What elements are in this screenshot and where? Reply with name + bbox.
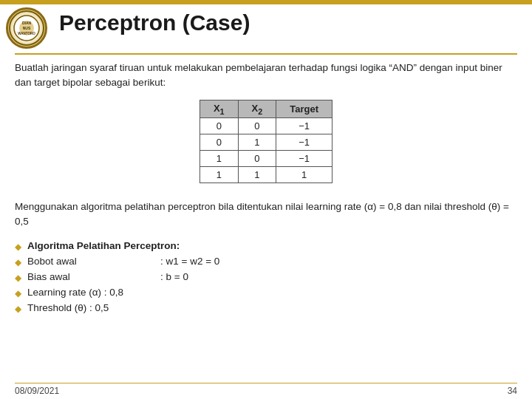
table-cell: 0 xyxy=(200,134,238,151)
table-cell: 0 xyxy=(238,151,276,167)
list-item: ◆Bobot awal: w1 = w2 = 0 xyxy=(15,256,517,267)
table-row: 00−1 xyxy=(200,118,332,134)
table-cell: 0 xyxy=(200,118,238,134)
bullet-icon: ◆ xyxy=(15,257,21,267)
footer: 08/09/2021 34 xyxy=(15,383,517,396)
bullet-label: Learning rate (α) : 0,8 xyxy=(27,287,153,298)
table-cell: 1 xyxy=(238,134,276,151)
logo-area: DIAN NUS WANTORO xyxy=(6,7,50,52)
bullet-list: ◆Algoritma Pelatihan Perceptron:◆Bobot a… xyxy=(15,240,517,314)
table-cell: 0 xyxy=(238,118,276,134)
bullet-value: : w1 = w2 = 0 xyxy=(160,256,219,267)
table-cell: 1 xyxy=(200,151,238,167)
bullet-label: Bias awal xyxy=(27,271,153,282)
bullet-label: Algoritma Pelatihan Perceptron: xyxy=(27,240,180,251)
bullet-icon: ◆ xyxy=(15,304,21,314)
bullet-label: Bobot awal xyxy=(27,256,153,267)
table-cell: 1 xyxy=(238,167,276,183)
list-item: ◆Threshold (θ) : 0,5 xyxy=(15,302,517,314)
list-item: ◆Algoritma Pelatihan Perceptron: xyxy=(15,240,517,252)
table-cell: 1 xyxy=(276,167,332,183)
bullet-label: Threshold (θ) : 0,5 xyxy=(27,302,153,313)
table-row: 10−1 xyxy=(200,151,332,167)
table-wrapper: X1 X2 Target 00−101−110−1111 xyxy=(15,100,517,193)
table-cell: −1 xyxy=(276,134,332,151)
intro-paragraph: Buatlah jaringan syaraf tiruan untuk mel… xyxy=(15,61,517,91)
list-item: ◆Bias awal: b = 0 xyxy=(15,271,517,283)
footer-date: 08/09/2021 xyxy=(15,386,59,396)
svg-text:WANTORO: WANTORO xyxy=(18,32,35,35)
table-header-x2: X2 xyxy=(238,100,276,118)
input-table: X1 X2 Target 00−101−110−1111 xyxy=(200,100,332,184)
list-item: ◆Learning rate (α) : 0,8 xyxy=(15,287,517,299)
title-divider xyxy=(15,53,517,55)
table-cell: −1 xyxy=(276,118,332,134)
table-row: 111 xyxy=(200,167,332,183)
svg-text:DIAN: DIAN xyxy=(22,21,32,25)
table-cell: 1 xyxy=(200,167,238,183)
table-cell: −1 xyxy=(276,151,332,167)
table-header-target: Target xyxy=(276,100,332,118)
table-header-x1: X1 xyxy=(200,100,238,118)
page-title: Perceptron (Case) xyxy=(59,10,517,35)
bullet-icon: ◆ xyxy=(15,273,21,283)
top-bar xyxy=(0,0,532,4)
bullet-icon: ◆ xyxy=(15,288,21,299)
bullet-value: : b = 0 xyxy=(160,271,188,282)
table-row: 01−1 xyxy=(200,134,332,151)
slide-container: DIAN NUS WANTORO Perceptron (Case) Buatl… xyxy=(0,0,532,399)
svg-text:NUS: NUS xyxy=(23,26,31,30)
main-content: Buatlah jaringan syaraf tiruan untuk mel… xyxy=(15,61,517,377)
algorithm-description: Menggunakan algoritma pelatihan perceptr… xyxy=(15,200,517,230)
bullet-icon: ◆ xyxy=(15,242,21,252)
logo-icon: DIAN NUS WANTORO xyxy=(6,7,47,49)
footer-page: 34 xyxy=(508,386,517,396)
